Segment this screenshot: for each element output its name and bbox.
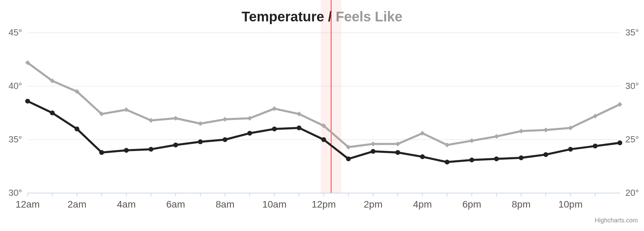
- svg-point-67: [420, 154, 425, 159]
- svg-point-61: [272, 127, 277, 131]
- svg-point-58: [198, 139, 203, 144]
- svg-point-64: [346, 157, 351, 161]
- svg-point-55: [124, 148, 129, 153]
- svg-point-60: [247, 131, 252, 135]
- svg-text:8pm: 8pm: [512, 199, 530, 210]
- svg-point-62: [297, 125, 302, 130]
- svg-text:2am: 2am: [68, 199, 86, 210]
- svg-point-73: [568, 147, 573, 152]
- svg-point-65: [371, 149, 375, 154]
- svg-point-57: [173, 143, 178, 148]
- svg-text:35°: 35°: [9, 134, 22, 144]
- svg-text:20°: 20°: [625, 188, 639, 198]
- svg-text:35°: 35°: [625, 27, 639, 38]
- svg-text:10pm: 10pm: [558, 199, 583, 210]
- chart-plot: 12am2am4am6am8am10am12pm2pm4pm6pm8pm10pm…: [0, 0, 644, 231]
- svg-point-53: [75, 127, 79, 131]
- svg-point-68: [445, 160, 450, 164]
- svg-text:40°: 40°: [9, 81, 22, 91]
- svg-text:10am: 10am: [262, 199, 286, 210]
- svg-text:25°: 25°: [625, 134, 639, 144]
- svg-point-54: [99, 150, 104, 155]
- svg-text:2pm: 2pm: [364, 199, 382, 210]
- svg-point-70: [494, 157, 499, 161]
- chart-container: Temperature / Feels Like 12am2am4am6am8a…: [0, 0, 644, 231]
- svg-text:30°: 30°: [9, 188, 22, 198]
- svg-point-75: [617, 140, 622, 145]
- svg-point-72: [544, 152, 548, 157]
- svg-text:30°: 30°: [625, 81, 639, 91]
- svg-point-71: [519, 155, 524, 160]
- svg-text:4pm: 4pm: [413, 199, 432, 210]
- svg-point-74: [593, 144, 598, 149]
- svg-text:6am: 6am: [166, 199, 185, 210]
- svg-text:6pm: 6pm: [462, 199, 481, 210]
- svg-point-63: [321, 137, 326, 142]
- svg-point-66: [396, 150, 400, 155]
- svg-point-52: [50, 111, 55, 116]
- svg-text:12am: 12am: [16, 199, 40, 210]
- svg-point-59: [223, 137, 227, 142]
- credits-link[interactable]: Highcharts.com: [595, 217, 638, 224]
- svg-text:12pm: 12pm: [312, 199, 336, 210]
- svg-text:8am: 8am: [216, 199, 234, 210]
- svg-text:4am: 4am: [117, 199, 136, 210]
- svg-point-69: [469, 158, 474, 162]
- svg-point-56: [149, 147, 154, 152]
- svg-point-51: [25, 99, 30, 103]
- svg-text:45°: 45°: [9, 27, 22, 38]
